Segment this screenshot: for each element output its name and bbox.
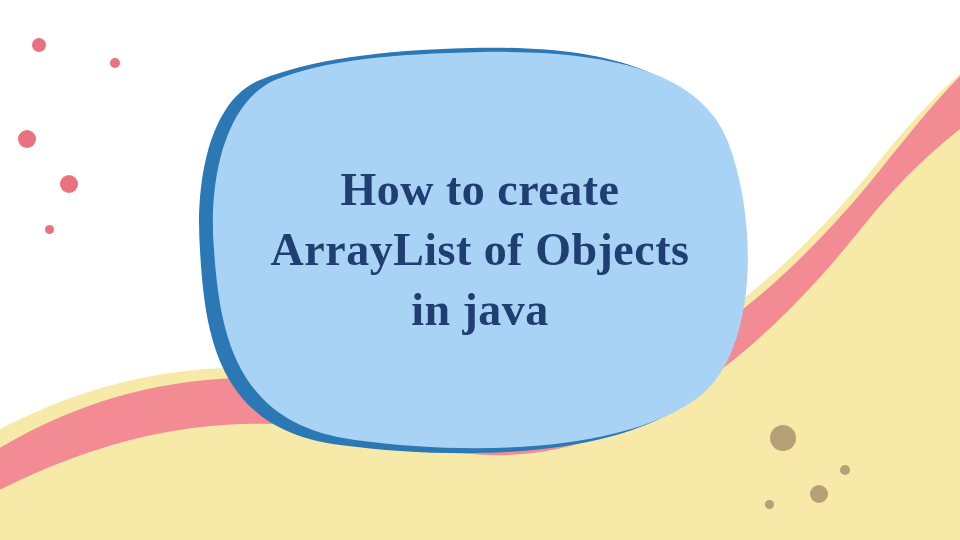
decor-dot xyxy=(110,58,120,68)
decor-dot xyxy=(60,175,78,193)
decor-dot xyxy=(45,225,54,234)
decor-dot xyxy=(765,500,774,509)
title-line-2: ArrayList of Objects xyxy=(271,224,690,275)
decor-dot xyxy=(32,38,46,52)
title-line-3: in java xyxy=(411,284,549,335)
decor-dot xyxy=(810,485,828,503)
graphic-title: How to create ArrayList of Objects in ja… xyxy=(220,160,740,339)
title-line-1: How to create xyxy=(341,164,620,215)
decor-dot xyxy=(18,130,36,148)
decor-dot xyxy=(770,425,796,451)
decor-dot xyxy=(840,465,850,475)
graphic-canvas: How to create ArrayList of Objects in ja… xyxy=(0,0,960,540)
